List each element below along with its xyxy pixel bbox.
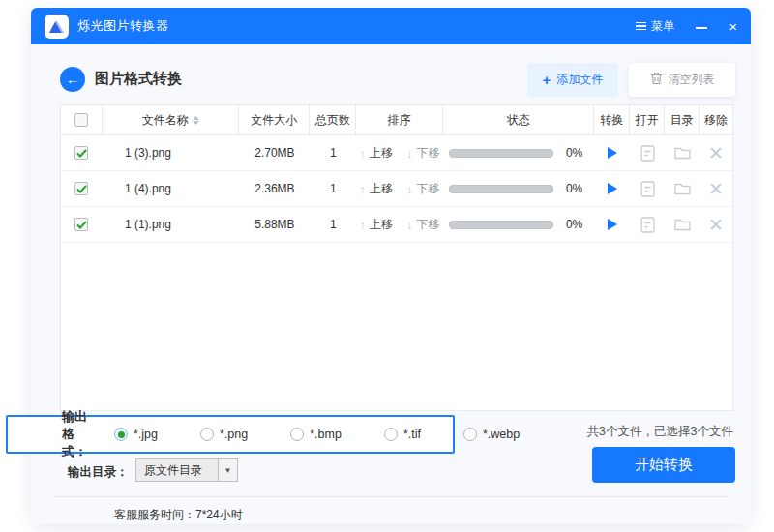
table-row: 1 (4).png 2.36MB 1 ↑ 上移 ↓ 下移 0% — [61, 171, 732, 207]
table-row: 1 (3).png 2.70MB 1 ↑ 上移 ↓ 下移 0% — [61, 135, 732, 171]
output-format-panel: 输出格式： *.jpg *.png *.bmp *.tif *.webp — [6, 415, 455, 454]
convert-play-button[interactable] — [608, 147, 617, 159]
progress-percent: 0% — [566, 146, 582, 160]
col-filesize: 文件大小 — [239, 105, 310, 134]
add-files-button[interactable]: + 添加文件 — [527, 63, 618, 97]
col-pages: 总页数 — [310, 105, 356, 134]
open-directory-button[interactable] — [665, 207, 700, 242]
open-file-button[interactable] — [630, 135, 665, 170]
hamburger-icon — [636, 22, 646, 31]
radio-bmp[interactable]: *.bmp — [290, 428, 342, 441]
table-row: 1 (1).png 5.88MB 1 ↑ 上移 ↓ 下移 0% — [61, 207, 732, 243]
start-convert-button[interactable]: 开始转换 — [592, 447, 735, 483]
format-radio-group: *.jpg *.png *.bmp *.tif *.webp — [114, 428, 520, 441]
app-title: 烁光图片转换器 — [77, 17, 169, 35]
move-down-icon: ↓ — [406, 182, 413, 196]
clear-list-label: 清空列表 — [669, 72, 715, 88]
remove-file-button[interactable]: ✕ — [708, 180, 724, 198]
convert-play-button[interactable] — [608, 183, 617, 194]
move-up-icon: ↑ — [360, 218, 367, 232]
remove-file-button[interactable]: ✕ — [708, 216, 724, 234]
progress-percent: 0% — [566, 182, 582, 195]
open-directory-button[interactable] — [665, 135, 700, 170]
output-dir-select[interactable]: 原文件目录 ▼ — [135, 458, 238, 482]
output-dir-value: 原文件目录 — [136, 462, 218, 479]
titlebar: 烁光图片转换器 菜单 × — [31, 8, 751, 44]
file-pages: 1 — [310, 135, 356, 170]
file-name: 1 (1).png — [103, 207, 240, 242]
progress-bar — [449, 149, 553, 158]
plus-icon: + — [543, 73, 551, 87]
trash-icon — [650, 72, 663, 88]
file-size: 2.70MB — [240, 135, 311, 170]
file-name: 1 (3).png — [103, 135, 240, 170]
file-pages: 1 — [310, 171, 356, 206]
open-file-button[interactable] — [630, 171, 665, 206]
progress-percent: 0% — [566, 218, 582, 231]
minimize-button[interactable] — [696, 27, 707, 29]
col-directory: 目录 — [665, 105, 700, 134]
sort-icon — [193, 116, 199, 125]
file-pages: 1 — [310, 207, 356, 242]
radio-jpg[interactable]: *.jpg — [114, 428, 158, 441]
file-size: 5.88MB — [240, 207, 311, 242]
open-directory-button[interactable] — [665, 171, 700, 206]
output-format-label: 输出格式： — [62, 408, 87, 460]
progress-bar — [449, 185, 553, 193]
add-files-label: 添加文件 — [556, 72, 603, 88]
open-file-button[interactable] — [630, 207, 665, 242]
remove-file-button[interactable]: ✕ — [708, 144, 724, 163]
radio-icon — [463, 428, 477, 441]
file-size: 2.36MB — [240, 171, 311, 206]
page-title: 图片格式转换 — [95, 70, 182, 88]
radio-png[interactable]: *.png — [200, 428, 248, 441]
move-up-button[interactable]: 上移 — [370, 217, 393, 233]
file-count-summary: 共3个文件，已选择3个文件 — [587, 424, 733, 440]
move-up-icon: ↑ — [360, 146, 367, 161]
radio-icon — [200, 428, 214, 441]
col-status: 状态 — [443, 105, 595, 134]
row-checkbox[interactable] — [74, 146, 88, 160]
move-down-button[interactable]: 下移 — [417, 217, 440, 233]
output-dir-label: 输出目录： — [68, 464, 129, 481]
col-sort: 排序 — [356, 105, 443, 134]
radio-icon — [290, 428, 304, 441]
file-table: 文件名称 文件大小 总页数 排序 状态 转换 打开 目录 移除 — [60, 104, 733, 411]
screen: 烁光图片转换器 菜单 × ← 图片格式转换 + 添加文件 清空列表 — [0, 0, 774, 532]
move-down-button[interactable]: 下移 — [417, 145, 440, 162]
app-logo-icon — [45, 15, 69, 39]
footer-divider — [54, 496, 728, 497]
clear-list-button[interactable]: 清空列表 — [629, 63, 735, 97]
radio-tif[interactable]: *.tif — [384, 428, 421, 441]
row-checkbox[interactable] — [74, 218, 88, 231]
move-up-icon: ↑ — [360, 182, 367, 196]
radio-icon — [114, 428, 128, 441]
col-remove: 移除 — [700, 105, 732, 134]
menu-label: 菜单 — [651, 18, 674, 35]
progress-bar — [449, 221, 553, 229]
row-checkbox[interactable] — [74, 182, 88, 195]
convert-play-button[interactable] — [608, 219, 617, 230]
col-filename[interactable]: 文件名称 — [103, 105, 240, 134]
move-down-button[interactable]: 下移 — [417, 181, 440, 197]
file-name: 1 (4).png — [103, 171, 240, 206]
select-all-checkbox[interactable] — [74, 113, 88, 127]
close-button[interactable]: × — [729, 19, 737, 34]
service-hours-text: 客服服务时间：7*24小时 — [114, 507, 243, 523]
chevron-down-icon: ▼ — [218, 459, 237, 481]
radio-webp[interactable]: *.webp — [463, 428, 520, 441]
radio-icon — [384, 428, 398, 441]
move-up-button[interactable]: 上移 — [370, 145, 393, 162]
move-down-icon: ↓ — [406, 218, 413, 232]
col-open: 打开 — [630, 105, 665, 134]
move-down-icon: ↓ — [406, 146, 413, 161]
back-button[interactable]: ← — [60, 67, 85, 92]
table-header: 文件名称 文件大小 总页数 排序 状态 转换 打开 目录 移除 — [61, 105, 732, 135]
menu-button[interactable]: 菜单 — [636, 18, 674, 35]
move-up-button[interactable]: 上移 — [370, 181, 393, 197]
col-convert: 转换 — [594, 105, 630, 134]
